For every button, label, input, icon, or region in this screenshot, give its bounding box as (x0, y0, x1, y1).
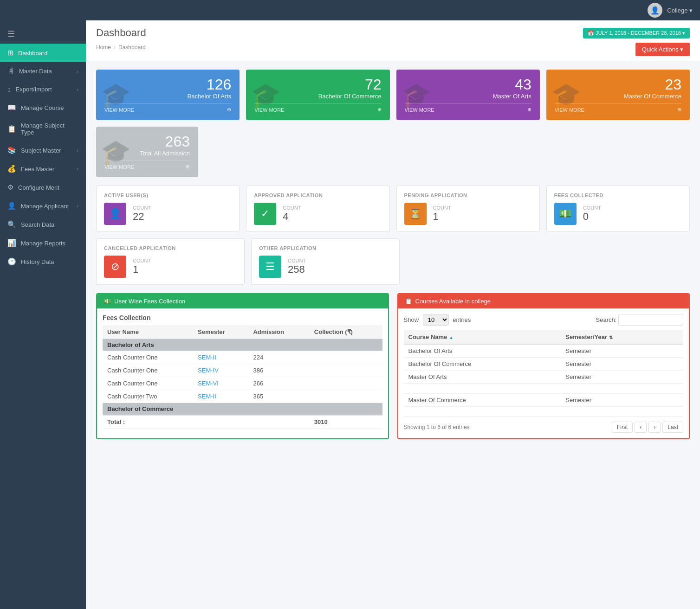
pagination-buttons: First ‹ › Last (612, 422, 683, 433)
fees-row: Cash Counter One SEM-II 224 (103, 351, 382, 364)
stat-card-bachelor-commerce: 🎓 72 Bachelor Of Commerce VIEW MORE ⊕ (246, 70, 389, 120)
sidebar-label-manage-applicant: Manage Applicant (21, 203, 69, 210)
search-control: Search: (596, 314, 683, 326)
count-card-fees-collected: FEES COLLECTED 💵 COUNT 0 (546, 186, 690, 232)
stat-view-more-bachelor-commerce[interactable]: VIEW MORE ⊕ (254, 103, 381, 113)
college-dropdown[interactable]: College ▾ (667, 7, 693, 14)
top-navigation: 👤 College ▾ (0, 0, 700, 20)
fees-user-1: Cash Counter One (103, 364, 193, 377)
table-footer-info: Showing 1 to 6 of 6 entries (404, 424, 470, 430)
stat-label-bachelor-commerce: Bachelor Of Commerce (254, 93, 381, 100)
count-num-fees-collected: 0 (583, 211, 601, 223)
breadcrumb-home[interactable]: Home (96, 44, 111, 51)
fees-group-label-2: Bachelor of Commerce (103, 403, 382, 416)
sidebar-item-fees-master[interactable]: 💰 Fees Master › (0, 160, 86, 178)
pagination-first[interactable]: First (612, 422, 633, 433)
count-num-active-users: 22 (133, 211, 151, 223)
sidebar-label-master-data: Master Data (19, 68, 52, 75)
sidebar-icon-manage-reports: 📊 (7, 239, 16, 247)
sidebar-hamburger[interactable]: ☰ (0, 24, 86, 44)
sidebar-item-search-data[interactable]: 🔍 Search Data (0, 215, 86, 234)
sidebar-item-manage-applicant[interactable]: 👤 Manage Applicant › (0, 197, 86, 215)
count-title-pending-application: PENDING APPLICATION (404, 192, 532, 198)
sidebar-item-history-data[interactable]: 🕐 History Data (0, 252, 86, 271)
stat-card-master-commerce: 🎓 23 Master Of Commerce VIEW MORE ⊕ (546, 70, 690, 120)
fees-adm-0: 224 (248, 351, 309, 364)
fees-total-label: Total : (103, 415, 193, 429)
sidebar-icon-configure-merit: ⚙ (7, 183, 13, 192)
fees-col-0 (310, 351, 382, 364)
course-col-name: Course Name ▲ (404, 330, 561, 344)
fees-adm-2: 266 (248, 377, 309, 390)
pagination-last[interactable]: Last (662, 422, 683, 433)
count-icon-cancelled-application: ⊘ (104, 256, 126, 278)
total-card-row: 🎓 263 Total All Admission VIEW MORE ⊕ (96, 127, 690, 177)
sidebar-icon-search-data: 🔍 (7, 220, 16, 229)
count-label-fees-collected: COUNT (583, 205, 601, 211)
sidebar-icon-export-import: ↕ (7, 85, 11, 93)
fees-sem-2: SEM-VI (193, 377, 248, 390)
page-header: Dashboard 📅 JULY 1, 2018 - DECEMBER 28, … (86, 20, 700, 61)
total-label: Total All Admission (104, 150, 190, 157)
sidebar-item-export-import[interactable]: ↕ Export/Import › (0, 80, 86, 98)
sidebar-label-manage-reports: Manage Reports (21, 240, 65, 247)
stat-view-more-master-commerce[interactable]: VIEW MORE ⊕ (555, 103, 681, 113)
count-label-approved-application: COUNT (283, 205, 301, 211)
count-title-other-application: OTHER APPLICATION (259, 245, 392, 251)
stat-card-bachelor-arts: 🎓 126 Bachelor Of Arts VIEW MORE ⊕ (96, 70, 240, 120)
quick-actions-button[interactable]: Quick Actions ▾ (635, 43, 690, 56)
spacer (205, 127, 690, 177)
course-type-0: Semester (561, 344, 683, 358)
fees-col-user: User Name (103, 325, 193, 339)
fees-col-semester: Semester (193, 325, 248, 339)
stat-view-more-master-arts[interactable]: VIEW MORE ⊕ (405, 103, 531, 113)
sidebar-item-dashboard[interactable]: ⊞ Dashboard (0, 44, 86, 62)
stat-view-more-bachelor-arts[interactable]: VIEW MORE ⊕ (104, 103, 231, 113)
sidebar-item-subject-master[interactable]: 📚 Subject Master › (0, 141, 86, 160)
count-num-cancelled-application: 1 (133, 263, 151, 276)
fees-group-header-2: Bachelor of Commerce (103, 403, 382, 416)
sidebar-label-subject-master: Subject Master (21, 147, 61, 154)
sidebar-item-configure-merit[interactable]: ⚙ Configure Merit (0, 178, 86, 197)
sidebar-item-manage-course[interactable]: 📖 Manage Course (0, 98, 86, 117)
fees-total-row: Total : 3010 (103, 415, 382, 429)
fees-row: Cash Counter One SEM-IV 386 (103, 364, 382, 377)
entries-select[interactable]: 10 25 50 100 (423, 314, 449, 326)
sidebar-chevron-subject-master: › (77, 147, 78, 153)
courses-available-card: 📋 Courses Available in college Show 10 2… (397, 293, 690, 439)
show-label: Show (404, 316, 419, 323)
fees-col-admission: Admission (248, 325, 309, 339)
sidebar-label-manage-subject-type: Manage Subject Type (21, 122, 78, 136)
count-num-pending-application: 1 (433, 211, 451, 223)
count-title-approved-application: APPROVED APPLICATION (254, 192, 382, 198)
date-range-badge[interactable]: 📅 JULY 1, 2018 - DECEMBER 28, 2018 ▾ (583, 28, 690, 38)
stat-cards-row: 🎓 126 Bachelor Of Arts VIEW MORE ⊕ 🎓 72 … (96, 70, 690, 120)
sidebar-item-master-data[interactable]: 🗄 Master Data › (0, 62, 86, 80)
fees-col-3 (310, 390, 382, 403)
pagination-prev[interactable]: ‹ (635, 422, 647, 433)
sidebar-item-manage-reports[interactable]: 📊 Manage Reports (0, 234, 86, 252)
fees-adm-1: 386 (248, 364, 309, 377)
courses-table: Course Name ▲ Semester/Year ⇅ (404, 330, 684, 417)
search-input[interactable] (618, 314, 683, 326)
avatar: 👤 (648, 3, 662, 18)
sidebar-label-dashboard: Dashboard (18, 50, 48, 57)
course-type-4: Semester (561, 394, 683, 407)
search-label: Search: (596, 316, 617, 323)
fees-adm-3: 365 (248, 390, 309, 403)
pagination-next[interactable]: › (648, 422, 661, 433)
count-card-active-users: ACTIVE USER(S) 👤 COUNT 22 (96, 186, 240, 232)
sidebar-item-manage-subject-type[interactable]: 📋 Manage Subject Type (0, 117, 86, 141)
course-row: Bachelor Of Commerce Semester (404, 358, 684, 371)
count-icon-pending-application: ⏳ (404, 203, 427, 225)
total-view-more[interactable]: VIEW MORE ⊕ (104, 160, 190, 170)
sidebar-icon-dashboard: ⊞ (7, 49, 13, 57)
course-row: Master Of Arts Semester (404, 371, 684, 384)
count-card-pending-application: PENDING APPLICATION ⏳ COUNT 1 (396, 186, 540, 232)
count-title-active-users: ACTIVE USER(S) (104, 192, 232, 198)
sidebar-label-configure-merit: Configure Merit (18, 184, 59, 191)
fees-row: Cash Counter Two SEM-II 365 (103, 390, 382, 403)
course-row (404, 384, 684, 394)
total-admission-card: 🎓 263 Total All Admission VIEW MORE ⊕ (96, 127, 198, 177)
dashboard-content: 🎓 126 Bachelor Of Arts VIEW MORE ⊕ 🎓 72 … (86, 61, 700, 448)
